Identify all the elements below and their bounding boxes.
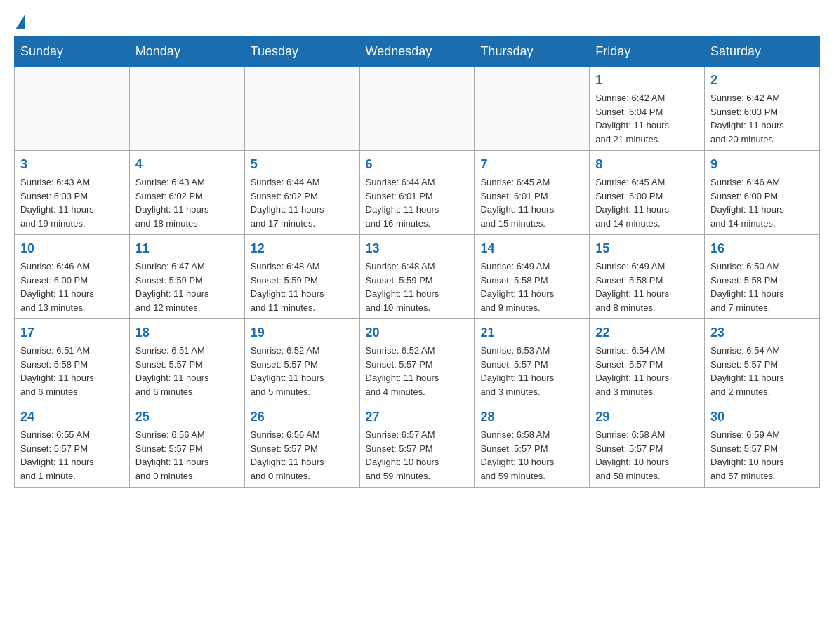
- day-number: 25: [135, 408, 239, 427]
- week-row-3: 10Sunrise: 6:46 AM Sunset: 6:00 PM Dayli…: [15, 235, 820, 319]
- day-number: 1: [595, 71, 699, 90]
- calendar-cell: 2Sunrise: 6:42 AM Sunset: 6:03 PM Daylig…: [705, 67, 820, 151]
- day-info: Sunrise: 6:48 AM Sunset: 5:59 PM Dayligh…: [251, 260, 354, 314]
- calendar-cell: 24Sunrise: 6:55 AM Sunset: 5:57 PM Dayli…: [15, 403, 130, 488]
- day-info: Sunrise: 6:44 AM Sunset: 6:01 PM Dayligh…: [366, 175, 469, 230]
- calendar-table: SundayMondayTuesdayWednesdayThursdayFrid…: [14, 36, 820, 488]
- day-number: 8: [595, 155, 699, 174]
- calendar-cell: 19Sunrise: 6:52 AM Sunset: 5:57 PM Dayli…: [244, 319, 359, 403]
- calendar-cell: 30Sunrise: 6:59 AM Sunset: 5:57 PM Dayli…: [705, 403, 820, 488]
- logo: [14, 14, 27, 29]
- day-number: 2: [710, 71, 814, 90]
- day-info: Sunrise: 6:44 AM Sunset: 6:02 PM Dayligh…: [251, 175, 354, 230]
- day-info: Sunrise: 6:54 AM Sunset: 5:57 PM Dayligh…: [595, 344, 699, 398]
- weekday-header-wednesday: Wednesday: [359, 37, 475, 67]
- day-number: 21: [480, 323, 583, 342]
- day-number: 13: [366, 239, 469, 258]
- weekday-header-sunday: Sunday: [15, 37, 130, 67]
- calendar-cell: 15Sunrise: 6:49 AM Sunset: 5:58 PM Dayli…: [590, 235, 705, 319]
- calendar-cell: [475, 67, 590, 151]
- day-info: Sunrise: 6:49 AM Sunset: 5:58 PM Dayligh…: [480, 260, 583, 314]
- day-info: Sunrise: 6:53 AM Sunset: 5:57 PM Dayligh…: [480, 344, 583, 398]
- calendar-cell: 1Sunrise: 6:42 AM Sunset: 6:04 PM Daylig…: [590, 67, 705, 151]
- calendar-cell: [359, 67, 475, 151]
- calendar-cell: 5Sunrise: 6:44 AM Sunset: 6:02 PM Daylig…: [244, 151, 359, 235]
- calendar-cell: 13Sunrise: 6:48 AM Sunset: 5:59 PM Dayli…: [359, 235, 475, 319]
- day-number: 22: [595, 323, 699, 342]
- calendar-cell: 20Sunrise: 6:52 AM Sunset: 5:57 PM Dayli…: [359, 319, 475, 403]
- calendar-cell: 18Sunrise: 6:51 AM Sunset: 5:57 PM Dayli…: [129, 319, 244, 403]
- calendar-cell: 25Sunrise: 6:56 AM Sunset: 5:57 PM Dayli…: [129, 403, 244, 488]
- calendar-cell: 17Sunrise: 6:51 AM Sunset: 5:58 PM Dayli…: [15, 319, 130, 403]
- day-number: 19: [251, 323, 354, 342]
- day-info: Sunrise: 6:59 AM Sunset: 5:57 PM Dayligh…: [710, 428, 814, 483]
- day-info: Sunrise: 6:58 AM Sunset: 5:57 PM Dayligh…: [595, 428, 699, 483]
- calendar-cell: 27Sunrise: 6:57 AM Sunset: 5:57 PM Dayli…: [359, 403, 475, 488]
- day-info: Sunrise: 6:50 AM Sunset: 5:58 PM Dayligh…: [710, 260, 814, 314]
- day-info: Sunrise: 6:55 AM Sunset: 5:57 PM Dayligh…: [20, 428, 124, 483]
- day-info: Sunrise: 6:47 AM Sunset: 5:59 PM Dayligh…: [135, 260, 239, 314]
- day-info: Sunrise: 6:46 AM Sunset: 6:00 PM Dayligh…: [20, 260, 124, 314]
- calendar-cell: 12Sunrise: 6:48 AM Sunset: 5:59 PM Dayli…: [244, 235, 359, 319]
- day-info: Sunrise: 6:45 AM Sunset: 6:00 PM Dayligh…: [595, 175, 699, 230]
- calendar-cell: 11Sunrise: 6:47 AM Sunset: 5:59 PM Dayli…: [129, 235, 244, 319]
- day-number: 10: [20, 239, 124, 258]
- day-number: 9: [710, 155, 814, 174]
- day-number: 6: [366, 155, 469, 174]
- week-row-1: 1Sunrise: 6:42 AM Sunset: 6:04 PM Daylig…: [15, 67, 820, 151]
- day-number: 27: [366, 408, 469, 427]
- day-info: Sunrise: 6:42 AM Sunset: 6:04 PM Dayligh…: [595, 91, 699, 146]
- day-info: Sunrise: 6:56 AM Sunset: 5:57 PM Dayligh…: [135, 428, 239, 483]
- day-info: Sunrise: 6:52 AM Sunset: 5:57 PM Dayligh…: [251, 344, 354, 398]
- day-number: 14: [480, 239, 583, 258]
- day-info: Sunrise: 6:51 AM Sunset: 5:57 PM Dayligh…: [135, 344, 239, 398]
- day-number: 15: [595, 239, 699, 258]
- weekday-header-saturday: Saturday: [705, 37, 820, 67]
- day-number: 26: [251, 408, 354, 427]
- calendar-cell: 22Sunrise: 6:54 AM Sunset: 5:57 PM Dayli…: [590, 319, 705, 403]
- day-info: Sunrise: 6:58 AM Sunset: 5:57 PM Dayligh…: [480, 428, 583, 483]
- day-number: 3: [20, 155, 124, 174]
- week-row-4: 17Sunrise: 6:51 AM Sunset: 5:58 PM Dayli…: [15, 319, 820, 403]
- day-number: 5: [251, 155, 354, 174]
- day-info: Sunrise: 6:43 AM Sunset: 6:03 PM Dayligh…: [20, 175, 124, 230]
- day-number: 17: [20, 323, 124, 342]
- weekday-header-monday: Monday: [129, 37, 244, 67]
- calendar-cell: [129, 67, 244, 151]
- day-info: Sunrise: 6:46 AM Sunset: 6:00 PM Dayligh…: [710, 175, 814, 230]
- weekday-header-tuesday: Tuesday: [244, 37, 359, 67]
- day-info: Sunrise: 6:51 AM Sunset: 5:58 PM Dayligh…: [20, 344, 124, 398]
- calendar-cell: 6Sunrise: 6:44 AM Sunset: 6:01 PM Daylig…: [359, 151, 475, 235]
- calendar-cell: 21Sunrise: 6:53 AM Sunset: 5:57 PM Dayli…: [475, 319, 590, 403]
- calendar-cell: [15, 67, 130, 151]
- weekday-header-thursday: Thursday: [475, 37, 590, 67]
- day-number: 29: [595, 408, 699, 427]
- day-info: Sunrise: 6:43 AM Sunset: 6:02 PM Dayligh…: [135, 175, 239, 230]
- calendar-cell: 29Sunrise: 6:58 AM Sunset: 5:57 PM Dayli…: [590, 403, 705, 488]
- calendar-cell: 23Sunrise: 6:54 AM Sunset: 5:57 PM Dayli…: [705, 319, 820, 403]
- day-info: Sunrise: 6:49 AM Sunset: 5:58 PM Dayligh…: [595, 260, 699, 314]
- calendar-cell: 7Sunrise: 6:45 AM Sunset: 6:01 PM Daylig…: [475, 151, 590, 235]
- day-number: 28: [480, 408, 583, 427]
- calendar-cell: 26Sunrise: 6:56 AM Sunset: 5:57 PM Dayli…: [244, 403, 359, 488]
- day-info: Sunrise: 6:54 AM Sunset: 5:57 PM Dayligh…: [710, 344, 814, 398]
- calendar-cell: 3Sunrise: 6:43 AM Sunset: 6:03 PM Daylig…: [15, 151, 130, 235]
- calendar-cell: 9Sunrise: 6:46 AM Sunset: 6:00 PM Daylig…: [705, 151, 820, 235]
- calendar-cell: 10Sunrise: 6:46 AM Sunset: 6:00 PM Dayli…: [15, 235, 130, 319]
- calendar-cell: [244, 67, 359, 151]
- day-number: 18: [135, 323, 239, 342]
- day-number: 12: [251, 239, 354, 258]
- day-number: 16: [710, 239, 814, 258]
- day-info: Sunrise: 6:42 AM Sunset: 6:03 PM Dayligh…: [710, 91, 814, 146]
- day-number: 20: [366, 323, 469, 342]
- weekday-header-friday: Friday: [590, 37, 705, 67]
- header-row: SundayMondayTuesdayWednesdayThursdayFrid…: [15, 37, 820, 67]
- week-row-2: 3Sunrise: 6:43 AM Sunset: 6:03 PM Daylig…: [15, 151, 820, 235]
- day-number: 4: [135, 155, 239, 174]
- calendar-cell: 16Sunrise: 6:50 AM Sunset: 5:58 PM Dayli…: [705, 235, 820, 319]
- logo-triangle-icon: [15, 14, 25, 29]
- day-number: 24: [20, 408, 124, 427]
- calendar-cell: 8Sunrise: 6:45 AM Sunset: 6:00 PM Daylig…: [590, 151, 705, 235]
- calendar-cell: 14Sunrise: 6:49 AM Sunset: 5:58 PM Dayli…: [475, 235, 590, 319]
- day-number: 23: [710, 323, 814, 342]
